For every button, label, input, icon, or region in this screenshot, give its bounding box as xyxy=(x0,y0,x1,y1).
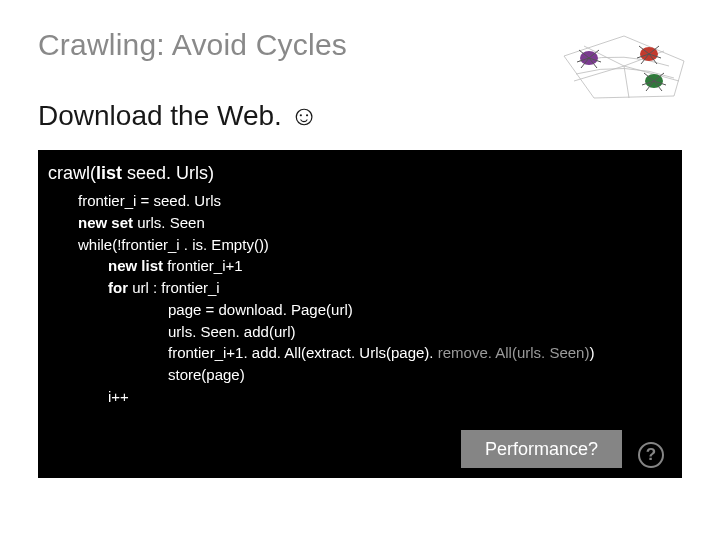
code-line: while(!frontier_i . is. Empty()) xyxy=(78,234,674,256)
kw-for: for xyxy=(108,279,128,296)
code-signature: crawl(list seed. Urls) xyxy=(48,160,674,186)
code-line: new set urls. Seen xyxy=(78,212,674,234)
code-text: frontier_i+1. add. All(extract. Urls(pag… xyxy=(168,344,434,361)
spider-web-illustration xyxy=(554,26,694,106)
code-line: frontier_i+1. add. All(extract. Urls(pag… xyxy=(168,342,674,364)
kw-new-set: new set xyxy=(78,214,133,231)
code-text: frontier_i+1 xyxy=(163,257,243,274)
fn-name: crawl( xyxy=(48,163,96,183)
code-line: new list frontier_i+1 xyxy=(108,255,674,277)
pseudocode-block: crawl(list seed. Urls) frontier_i = seed… xyxy=(38,150,682,478)
code-line: for url : frontier_i xyxy=(108,277,674,299)
code-line: urls. Seen. add(url) xyxy=(168,321,674,343)
code-line: store(page) xyxy=(168,364,674,386)
kw-new-list: new list xyxy=(108,257,163,274)
code-line: page = download. Page(url) xyxy=(168,299,674,321)
kw-list: list xyxy=(96,163,122,183)
code-text: urls. Seen xyxy=(133,214,205,231)
code-text: ) xyxy=(589,344,594,361)
code-removed-call: remove. All(urls. Seen) xyxy=(434,344,590,361)
code-line: frontier_i = seed. Urls xyxy=(78,190,674,212)
fn-arg: seed. Urls) xyxy=(122,163,214,183)
code-line: i++ xyxy=(108,386,674,408)
performance-callout: Performance? xyxy=(461,430,622,468)
code-text: url : frontier_i xyxy=(128,279,220,296)
question-icon: ? xyxy=(638,442,664,468)
